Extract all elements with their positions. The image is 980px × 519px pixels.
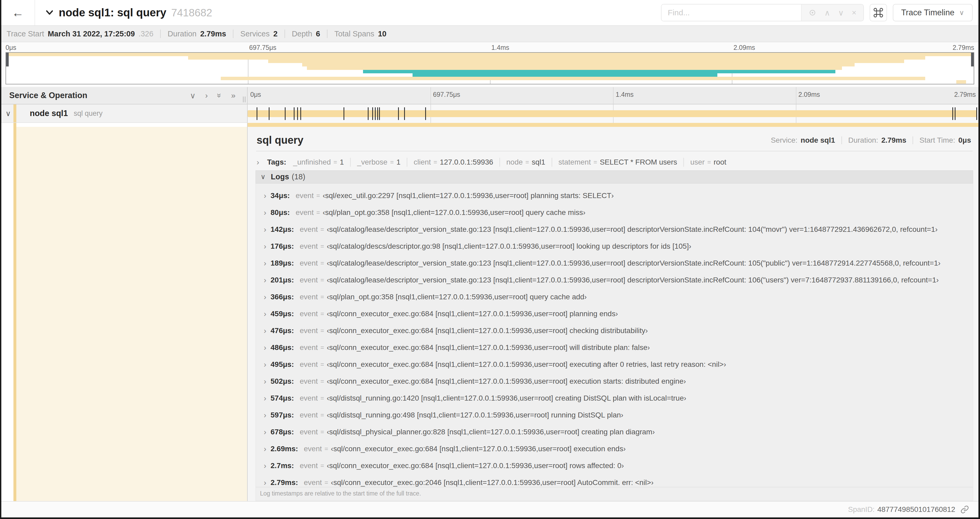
find-clear-icon[interactable]: × bbox=[852, 8, 856, 17]
chevron-right-icon[interactable]: › bbox=[259, 326, 270, 335]
trace-timeline-dropdown[interactable]: Trace Timeline ∨ bbox=[893, 4, 973, 21]
chevron-right-icon[interactable]: › bbox=[259, 208, 270, 217]
log-field-key: event bbox=[304, 445, 322, 453]
chevron-right-icon[interactable]: › bbox=[259, 410, 270, 420]
collapse-one-icon[interactable]: ∨ bbox=[190, 91, 196, 100]
span-duration-bar[interactable] bbox=[248, 110, 977, 117]
log-timestamp: 189μs: bbox=[270, 259, 294, 267]
equals-sign: = bbox=[320, 344, 324, 351]
collapse-trace-chevron-icon[interactable] bbox=[45, 8, 54, 17]
selected-span-bar[interactable] bbox=[248, 123, 978, 127]
minimap-canvas[interactable] bbox=[6, 52, 974, 85]
chevron-right-icon[interactable]: › bbox=[259, 343, 270, 352]
chevron-right-icon[interactable]: › bbox=[259, 394, 270, 403]
chevron-right-icon[interactable]: › bbox=[259, 292, 270, 302]
chevron-right-icon[interactable]: › bbox=[259, 191, 270, 200]
tag-item: statement=SELECT * FROM users bbox=[558, 158, 677, 166]
minimap-span bbox=[956, 80, 966, 84]
separator bbox=[350, 158, 351, 167]
back-button[interactable]: ← bbox=[1, 0, 35, 25]
chevron-down-icon: ∨ bbox=[959, 9, 964, 17]
span-meta: Service: node sql1 Duration: 2.79ms Star… bbox=[771, 136, 971, 145]
log-row[interactable]: ›2.7ms:event=‹sql/conn_executor_exec.go:… bbox=[259, 457, 973, 474]
equals-sign: = bbox=[320, 462, 324, 469]
duration-value: 2.79ms bbox=[881, 136, 906, 145]
log-row[interactable]: ›459μs:event=‹sql/conn_executor_exec.go:… bbox=[259, 305, 973, 322]
column-resizer[interactable] bbox=[243, 96, 245, 102]
chevron-down-icon[interactable]: ∨ bbox=[1, 109, 15, 118]
log-row[interactable]: ›366μs:event=‹sql/plan_opt.go:358 [nsql1… bbox=[259, 289, 973, 305]
find-input[interactable] bbox=[662, 5, 802, 21]
collapse-all-icon[interactable]: » bbox=[215, 93, 224, 98]
log-row[interactable]: ›476μs:event=‹sql/conn_executor_exec.go:… bbox=[259, 322, 973, 339]
summary-item-value: 6 bbox=[316, 30, 320, 38]
summary-item-label: Trace Start bbox=[6, 30, 44, 38]
log-row[interactable]: ›678μs:event=‹sql/distsql_physical_plann… bbox=[259, 423, 973, 441]
log-row[interactable]: ›142μs:event=‹sql/catalog/lease/descript… bbox=[259, 221, 973, 238]
ruler-tick-label: 2.79ms bbox=[954, 91, 976, 98]
log-row[interactable]: ›495μs:event=‹sql/conn_executor_exec.go:… bbox=[259, 356, 973, 373]
log-timestamp: 678μs: bbox=[270, 428, 294, 436]
chevron-right-icon[interactable]: › bbox=[259, 276, 270, 284]
summary-item: Depth6 bbox=[292, 30, 320, 38]
find-box: ∧ ∨ × bbox=[661, 4, 864, 21]
deep-link-icon[interactable] bbox=[961, 505, 969, 514]
tag-item: _unfinished=1 bbox=[293, 158, 344, 166]
log-field-value: ‹sql/plan_opt.go:358 [nsql1,client=127.0… bbox=[327, 293, 587, 301]
expand-all-icon[interactable]: » bbox=[231, 91, 235, 100]
chevron-right-icon[interactable]: › bbox=[259, 444, 270, 454]
log-row[interactable]: ›574μs:event=‹sql/distsql_running.go:142… bbox=[259, 390, 973, 407]
chevron-right-icon[interactable]: › bbox=[259, 309, 270, 318]
chevron-right-icon[interactable]: › bbox=[259, 478, 270, 487]
minimap-span bbox=[412, 73, 718, 77]
log-timestamp: 486μs: bbox=[270, 343, 294, 352]
log-row[interactable]: ›486μs:event=‹sql/conn_executor_exec.go:… bbox=[259, 339, 973, 356]
equals-sign: = bbox=[320, 243, 324, 250]
find-prev-icon[interactable]: ∧ bbox=[824, 8, 830, 18]
log-row[interactable]: ›176μs:event=‹sql/catalog/descs/descript… bbox=[259, 238, 973, 255]
equals-sign: = bbox=[390, 158, 394, 166]
separator bbox=[233, 30, 234, 38]
log-field-value: ‹sql/distsql_physical_planner.go:828 [ns… bbox=[327, 428, 655, 436]
tags-accordion[interactable]: › Tags: _unfinished=1_verbose=1client=12… bbox=[256, 154, 973, 170]
log-timestamp: 2.69ms: bbox=[270, 445, 298, 453]
span-row-timeline-cell[interactable] bbox=[248, 104, 978, 123]
chevron-right-icon[interactable]: › bbox=[259, 461, 270, 470]
minimap-span bbox=[363, 70, 835, 73]
log-field-value: ‹sql/catalog/lease/descriptor_version_st… bbox=[327, 276, 939, 284]
log-row[interactable]: ›2.79ms:event=‹sql/conn_executor_exec.go… bbox=[259, 474, 973, 487]
log-row[interactable]: ›201μs:event=‹sql/catalog/lease/descript… bbox=[259, 271, 973, 289]
log-row[interactable]: ›80μs:event=‹sql/plan_opt.go:358 [nsql1,… bbox=[259, 204, 973, 221]
log-row[interactable]: ›2.69ms:event=‹sql/conn_executor_exec.go… bbox=[259, 441, 973, 457]
expand-one-icon[interactable]: › bbox=[205, 91, 208, 100]
span-footer-bar: SpanID: 4877749850101760812 bbox=[1, 501, 978, 517]
summary-item: Trace StartMarch 31 2022, 17:25:09.326 bbox=[6, 30, 153, 38]
span-row-name-cell[interactable]: ∨ node sql1 sql query bbox=[1, 104, 248, 123]
log-row[interactable]: ›189μs:event=‹sql/catalog/lease/descript… bbox=[259, 255, 973, 271]
logs-accordion-header[interactable]: ∨ Logs (18) bbox=[256, 170, 973, 184]
service-color-stripe bbox=[13, 127, 16, 501]
chevron-right-icon[interactable]: › bbox=[259, 242, 270, 251]
chevron-right-icon[interactable]: › bbox=[259, 377, 270, 386]
chevron-right-icon[interactable]: › bbox=[259, 428, 270, 436]
log-marker-tick bbox=[425, 107, 426, 120]
chevron-right-icon[interactable]: › bbox=[259, 225, 270, 234]
focus-target-icon[interactable] bbox=[808, 9, 816, 17]
ruler-tick-label: 697.75μs bbox=[433, 91, 460, 98]
find-next-icon[interactable]: ∨ bbox=[838, 8, 844, 18]
tag-key: _unfinished bbox=[293, 158, 331, 166]
minimap-tick-labels: 0μs697.75μs1.4ms2.09ms2.79ms bbox=[6, 44, 974, 52]
tag-value: 1 bbox=[396, 158, 401, 166]
equals-sign: = bbox=[525, 158, 529, 166]
minimap-left-scrubber[interactable] bbox=[6, 53, 9, 67]
equals-sign: = bbox=[320, 293, 324, 301]
minimap-right-scrubber[interactable] bbox=[971, 53, 974, 67]
log-row[interactable]: ›502μs:event=‹sql/conn_executor_exec.go:… bbox=[259, 373, 973, 390]
log-row[interactable]: ›34μs:event=‹sql/exec_util.go:2297 [nsql… bbox=[259, 187, 973, 204]
chevron-right-icon[interactable]: › bbox=[259, 259, 270, 268]
log-marker-tick bbox=[375, 107, 375, 120]
log-row[interactable]: ›597μs:event=‹sql/distsql_running.go:498… bbox=[259, 407, 973, 423]
selected-span-strip-left bbox=[1, 123, 248, 127]
keyboard-shortcuts-button[interactable] bbox=[870, 4, 887, 21]
chevron-right-icon[interactable]: › bbox=[259, 360, 270, 369]
